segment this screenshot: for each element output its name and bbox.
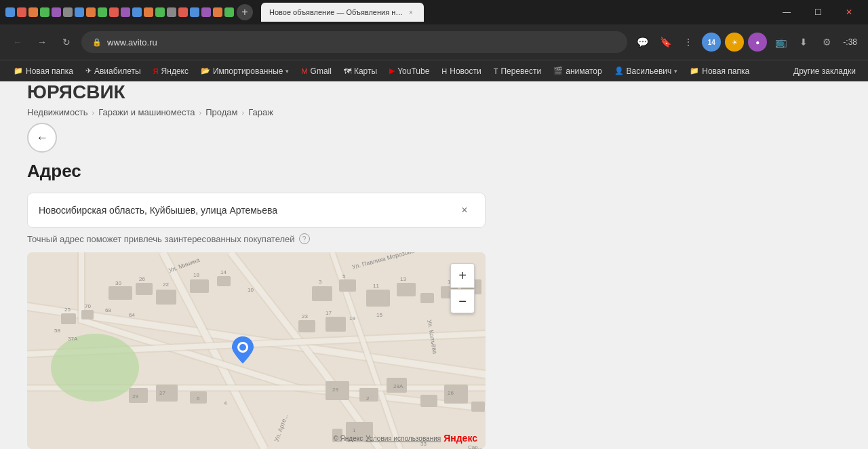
map-container[interactable]: Ул. Минина Ул. Павлика Морозова Ул. Колъ… <box>27 252 486 449</box>
address-input-field[interactable]: Новосибирская область, Куйбышев, улица А… <box>27 193 486 228</box>
tab-close-button[interactable]: × <box>406 7 416 17</box>
ext-icon-5[interactable] <box>52 7 61 17</box>
ext-icon-3[interactable] <box>28 7 38 17</box>
svg-text:70: 70 <box>85 303 91 309</box>
maps-icon: 🗺 <box>344 67 351 75</box>
zoom-in-button[interactable]: + <box>450 263 475 288</box>
hint-text: Точный адрес поможет привлечь заинтересо… <box>27 234 295 244</box>
chat-icon[interactable]: 💬 <box>633 33 652 52</box>
svg-rect-12 <box>397 283 416 296</box>
site-title: ЮРЯСВИК <box>27 83 125 102</box>
ext-icon-20[interactable] <box>224 7 234 17</box>
ext-icon-16[interactable] <box>178 7 188 17</box>
toolbar-icons: 💬 🔖 ⋮ 14 ☀ ● 📺 ⬇ ⚙ -:38 <box>633 33 860 52</box>
ext-icon-2[interactable] <box>17 7 26 17</box>
url-bar[interactable]: 🔒 www.avito.ru <box>81 31 627 53</box>
svg-text:58: 58 <box>54 328 60 334</box>
bookmark-gmail[interactable]: M Gmail <box>296 63 337 79</box>
bookmark-translate[interactable]: T Перевести <box>488 63 547 79</box>
address-bar: ← → ↻ 🔒 www.avito.ru 💬 🔖 ⋮ 14 ☀ ● 📺 ⬇ ⚙ … <box>0 24 868 60</box>
profile-bk-icon: 👤 <box>614 66 624 75</box>
bookmark-label: Gmail <box>311 66 332 76</box>
extension-icon-1[interactable]: ☀ <box>725 33 744 52</box>
bookmark-label: Авиабилеты <box>94 66 141 76</box>
yandex-brand: Яндекс <box>443 433 477 444</box>
ext-icon-10[interactable] <box>109 7 119 17</box>
map-zoom-controls: + − <box>450 263 475 313</box>
hint-info-icon[interactable]: ? <box>299 233 310 244</box>
forward-nav-button[interactable]: → <box>33 33 52 52</box>
ext-icon-12[interactable] <box>132 7 142 17</box>
svg-text:25: 25 <box>64 307 71 313</box>
map-marker <box>232 336 254 366</box>
svg-text:15: 15 <box>376 312 382 318</box>
back-button[interactable]: ← <box>27 123 57 153</box>
bookmark-imported[interactable]: 📂 Импортированные ▾ <box>195 63 294 79</box>
svg-text:26: 26 <box>139 276 145 282</box>
download-icon[interactable]: ⬇ <box>794 33 813 52</box>
ext-icon-6[interactable] <box>63 7 73 17</box>
bookmark-label: Новости <box>450 66 481 76</box>
svg-text:Сар...: Сар... <box>468 444 482 449</box>
ext-icon-14[interactable] <box>155 7 165 17</box>
bookmark-news[interactable]: Н Новости <box>436 63 486 79</box>
bookmark-flights[interactable]: ✈ Авиабилеты <box>80 63 146 79</box>
bookmark-profile[interactable]: 👤 Васильевич ▾ <box>609 63 684 79</box>
chevron-down-icon-2: ▾ <box>674 68 677 75</box>
svg-text:14: 14 <box>220 269 226 275</box>
extension-icon-2[interactable]: ● <box>748 33 767 52</box>
bookmark-youtube[interactable]: ▶ YouTube <box>384 63 435 79</box>
bookmark-maps[interactable]: 🗺 Карты <box>338 63 382 79</box>
cast-icon[interactable]: 📺 <box>771 33 790 52</box>
news-icon: Н <box>441 67 447 75</box>
new-tab-button[interactable]: + <box>237 4 253 20</box>
bookmark-icon[interactable]: 🔖 <box>656 33 675 52</box>
svg-rect-24 <box>420 395 437 407</box>
svg-rect-5 <box>190 279 209 293</box>
ext-icon-4[interactable] <box>40 7 50 17</box>
reload-button[interactable]: ↻ <box>57 33 76 52</box>
close-window-button[interactable]: ✕ <box>835 0 863 24</box>
more-bookmarks[interactable]: Другие закладки <box>789 63 860 79</box>
extension-icons <box>5 7 234 17</box>
active-tab[interactable]: Новое объявление — Объявления на сайте А… <box>261 3 424 22</box>
breadcrumb-garage[interactable]: Гараж <box>248 107 273 117</box>
minimize-button[interactable]: — <box>773 0 800 24</box>
bookmark-label: Новая папка <box>702 66 749 76</box>
bookmark-yandex[interactable]: Я Яндекс <box>148 63 194 79</box>
breadcrumb-sell[interactable]: Продам <box>205 107 237 117</box>
settings-icon[interactable]: ⚙ <box>817 33 836 52</box>
bookmark-label: Васильевич <box>627 66 672 76</box>
ext-icon-11[interactable] <box>121 7 130 17</box>
breadcrumb-garages[interactable]: Гаражи и машиноместа <box>98 107 195 117</box>
ext-icon-7[interactable] <box>75 7 84 17</box>
zoom-out-button[interactable]: − <box>450 289 475 313</box>
svg-text:6: 6 <box>197 395 200 402</box>
ext-icon-1[interactable] <box>5 7 15 17</box>
menu-icon[interactable]: ⋮ <box>679 33 698 52</box>
page-content: ЮРЯСВИК Недвижимость › Гаражи и машиноме… <box>0 81 868 449</box>
bookmark-animate[interactable]: 🎬 аниматор <box>548 63 607 79</box>
back-nav-button[interactable]: ← <box>8 33 27 52</box>
ext-icon-15[interactable] <box>167 7 176 17</box>
maximize-button[interactable]: ☐ <box>804 0 831 24</box>
profile-icon[interactable]: 14 <box>702 33 721 52</box>
bookmark-new-folder-2[interactable]: 📁 Новая папка <box>684 63 755 79</box>
svg-text:29: 29 <box>132 393 138 399</box>
svg-text:17: 17 <box>326 310 332 316</box>
svg-rect-9 <box>312 286 332 301</box>
ext-icon-19[interactable] <box>213 7 222 17</box>
ext-icon-9[interactable] <box>98 7 107 17</box>
main-content: ← Адрес Новосибирская область, Куйбышев,… <box>0 123 868 449</box>
bookmark-new-folder[interactable]: 📁 Новая папка <box>8 63 79 79</box>
ext-icon-8[interactable] <box>86 7 96 17</box>
terms-link[interactable]: Условия использования <box>366 435 441 442</box>
address-clear-button[interactable]: × <box>455 201 474 220</box>
breadcrumb-realestate[interactable]: Недвижимость <box>27 107 87 117</box>
svg-text:29: 29 <box>332 387 338 393</box>
ext-icon-17[interactable] <box>190 7 199 17</box>
other-bookmarks-label: Другие закладки <box>793 66 856 76</box>
ext-icon-13[interactable] <box>144 7 153 17</box>
svg-text:11: 11 <box>373 283 379 289</box>
ext-icon-18[interactable] <box>201 7 211 17</box>
